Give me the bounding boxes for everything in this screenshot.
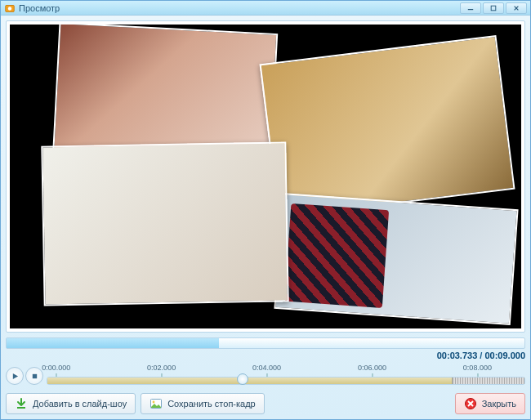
button-label: Закрыть [482, 399, 516, 409]
download-arrow-icon [15, 397, 28, 410]
seekbar[interactable] [6, 337, 525, 349]
ruler-ticks: 0:00.000 0:02.000 0:04.000 0:06.000 0:08… [47, 364, 525, 375]
timeline-clip [47, 378, 453, 384]
time-current: 00:03.733 [437, 351, 478, 360]
stop-icon [31, 373, 38, 380]
client-area: 00:03.733 / 00:09.000 0:00.000 0:02.000 … [1, 16, 530, 419]
svg-rect-8 [17, 407, 25, 409]
play-button[interactable] [6, 367, 24, 385]
playhead[interactable] [237, 373, 248, 385]
titlebar: Просмотр [1, 1, 530, 16]
add-to-slideshow-button[interactable]: Добавить в слайд-шоу [6, 393, 136, 414]
stop-button[interactable] [25, 367, 43, 385]
save-frame-button[interactable]: Сохранить стоп-кадр [141, 393, 265, 414]
ruler-tick: 0:02.000 [147, 364, 176, 372]
close-circle-icon [464, 397, 477, 410]
collage-photo [41, 141, 288, 306]
ruler-tick: 0:08.000 [463, 364, 492, 372]
preview-canvas [10, 25, 521, 328]
svg-rect-7 [32, 373, 36, 378]
svg-point-10 [153, 401, 155, 404]
bottom-toolbar: Добавить в слайд-шоу Сохранить стоп-кадр… [6, 393, 525, 414]
playback-controls [6, 367, 43, 385]
timecode: 00:03.733 / 00:09.000 [6, 351, 525, 360]
svg-point-1 [8, 7, 11, 10]
preview-frame [6, 20, 525, 333]
timeline[interactable]: 0:00.000 0:02.000 0:04.000 0:06.000 0:08… [47, 364, 525, 388]
play-icon [11, 373, 19, 380]
button-label: Добавить в слайд-шоу [33, 399, 127, 409]
window-title: Просмотр [19, 3, 60, 13]
timeline-empty [453, 378, 524, 384]
maximize-button[interactable] [483, 2, 504, 14]
minimize-button[interactable] [460, 2, 481, 14]
seekbar-fill [7, 338, 219, 348]
transport-row: 0:00.000 0:02.000 0:04.000 0:06.000 0:08… [6, 364, 525, 388]
time-total: 00:09.000 [484, 351, 525, 360]
svg-rect-3 [491, 6, 496, 11]
button-label: Сохранить стоп-кадр [167, 399, 256, 409]
collage-photo [274, 193, 518, 325]
svg-marker-6 [12, 373, 17, 378]
ruler-tick: 0:04.000 [252, 364, 281, 372]
window-controls [460, 2, 527, 14]
close-window-button[interactable] [506, 2, 527, 14]
collage-photo [260, 35, 515, 218]
preview-window: Просмотр 00:03.733 / 00:09.000 [0, 0, 531, 420]
timeline-track[interactable] [47, 377, 525, 385]
app-icon [4, 2, 16, 14]
ruler-tick: 0:06.000 [358, 364, 386, 372]
close-button[interactable]: Закрыть [455, 393, 525, 414]
ruler-tick: 0:00.000 [42, 364, 70, 372]
picture-icon [149, 397, 163, 410]
